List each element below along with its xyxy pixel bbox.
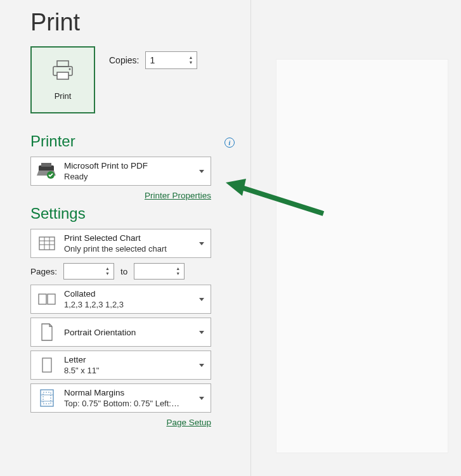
page-setup-link[interactable]: Page Setup [166, 418, 211, 427]
pages-to-label: to [120, 267, 127, 276]
svg-rect-2 [57, 72, 68, 79]
pages-from-input[interactable]: ▲▼ [63, 263, 114, 280]
collation-title: Collated [64, 289, 205, 299]
printer-select[interactable]: Microsoft Print to PDF Ready [30, 157, 211, 186]
scope-subtitle: Only print the selected chart [64, 244, 205, 254]
print-button[interactable]: Print [30, 46, 95, 113]
stepper-icon[interactable]: ▲▼ [189, 56, 193, 65]
printer-heading: Printer [30, 132, 75, 150]
orientation-title: Portrait Orientation [64, 328, 205, 337]
copies-label: Copies: [109, 55, 139, 65]
print-button-label: Print [55, 91, 72, 101]
printer-icon [50, 60, 75, 84]
grid-icon [36, 236, 58, 251]
chevron-down-icon [199, 242, 204, 245]
margins-select[interactable]: Normal Margins Top: 0.75" Bottom: 0.75" … [30, 383, 211, 413]
stepper-icon[interactable]: ▲▼ [176, 267, 180, 276]
copies-input[interactable]: 1 ▲▼ [145, 51, 197, 69]
svg-rect-13 [48, 294, 55, 304]
collation-subtitle: 1,2,3 1,2,3 1,2,3 [64, 300, 205, 309]
print-scope-select[interactable]: Print Selected Chart Only print the sele… [30, 229, 211, 258]
scope-title: Print Selected Chart [64, 233, 205, 243]
orientation-select[interactable]: Portrait Orientation [30, 318, 211, 347]
svg-rect-5 [41, 163, 51, 167]
chevron-down-icon [199, 364, 204, 367]
pages-to-input[interactable]: ▲▼ [134, 263, 185, 280]
copies-value: 1 [150, 55, 155, 65]
printer-properties-link[interactable]: Printer Properties [145, 191, 211, 200]
svg-rect-7 [39, 237, 55, 250]
print-preview-pane [250, 0, 461, 476]
settings-heading: Settings [30, 205, 235, 222]
svg-rect-16 [43, 392, 51, 404]
printer-ready-icon [36, 163, 58, 179]
paper-subtitle: 8.5" x 11" [64, 366, 205, 375]
pages-label: Pages: [30, 267, 57, 276]
stepper-icon[interactable]: ▲▼ [105, 267, 110, 276]
svg-rect-14 [42, 358, 51, 372]
chevron-down-icon [199, 298, 204, 301]
printer-name: Microsoft Print to PDF [64, 161, 205, 170]
page-title: Print [30, 9, 235, 36]
svg-rect-0 [57, 61, 68, 67]
portrait-icon [36, 323, 58, 342]
paper-icon [36, 356, 58, 374]
info-icon[interactable]: i [224, 138, 235, 148]
svg-rect-12 [39, 294, 46, 304]
svg-point-3 [69, 68, 71, 70]
chevron-down-icon [199, 170, 204, 173]
collation-select[interactable]: Collated 1,2,3 1,2,3 1,2,3 [30, 285, 211, 314]
paper-title: Letter [64, 355, 205, 364]
margins-icon [36, 389, 58, 408]
chevron-down-icon [199, 397, 204, 400]
chevron-down-icon [199, 331, 204, 334]
collated-icon [36, 292, 58, 306]
paper-size-select[interactable]: Letter 8.5" x 11" [30, 351, 211, 380]
margins-subtitle: Top: 0.75" Bottom: 0.75" Left:… [64, 399, 205, 408]
printer-status: Ready [64, 172, 205, 181]
margins-title: Normal Margins [64, 388, 205, 397]
